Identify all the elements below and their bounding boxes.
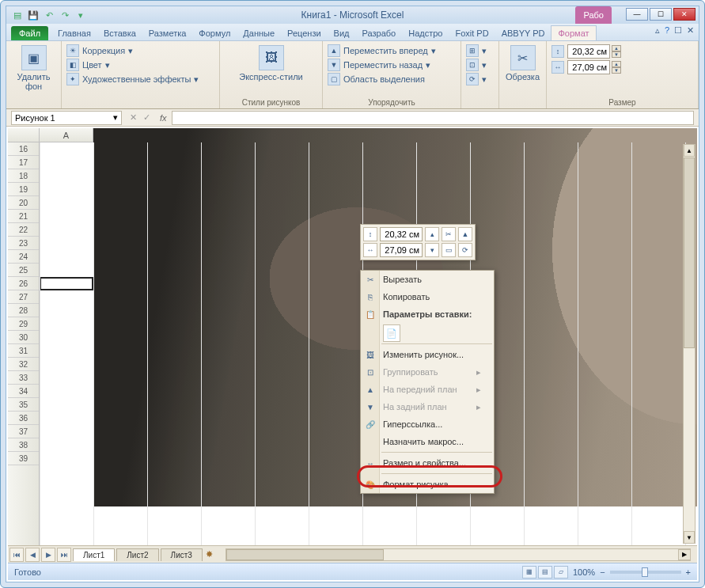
mini-spin-icon[interactable]: ▴ [425,227,439,241]
horizontal-scrollbar[interactable]: ◀ ▶ [226,548,691,561]
express-styles-button[interactable]: 🖼 Экспресс-стили [225,44,317,83]
ctx-copy[interactable]: ⎘Копировать [361,288,494,305]
scroll-down-icon[interactable]: ▼ [684,531,695,544]
normal-view-icon[interactable]: ▦ [522,566,536,579]
close-button[interactable]: ✕ [673,8,696,21]
row-header[interactable]: 33 [8,371,39,385]
row-header[interactable]: 32 [8,358,39,371]
zoom-slider-thumb[interactable] [642,567,648,577]
send-backward-button[interactable]: ▼Переместить назад ▾ [328,58,456,72]
spin-up[interactable]: ▲ [612,61,621,67]
row-header[interactable]: 27 [8,290,39,304]
artistic-effects-button[interactable]: ✦Художественные эффекты ▾ [66,72,214,86]
ctx-cut[interactable]: ✂Вырезать [361,271,494,288]
new-sheet-icon[interactable]: ✸ [206,549,213,560]
scroll-right-icon[interactable]: ▶ [678,549,691,560]
window-restore-icon[interactable]: ☐ [674,25,682,36]
ctx-assign-macro[interactable]: Назначить макрос... [361,433,494,450]
tab-view[interactable]: Вид [328,26,356,40]
help-icon[interactable]: ? [665,25,669,36]
tab-abbyy[interactable]: ABBYY PD [495,26,551,40]
row-header[interactable]: 28 [8,304,39,317]
align-button[interactable]: ⊞▾ [466,44,494,58]
zoom-slider[interactable] [610,571,681,574]
fx-icon[interactable]: fx [160,113,167,123]
row-header[interactable]: 21 [8,210,39,223]
row-header[interactable]: 20 [8,196,39,210]
sheet-tab-3[interactable]: Лист3 [161,548,203,561]
spin-up[interactable]: ▲ [612,45,621,51]
scroll-thumb[interactable] [226,549,384,560]
selection-pane-button[interactable]: ▢Область выделения [328,72,456,86]
tab-review[interactable]: Рецензи [281,26,328,40]
corrections-button[interactable]: ☀Коррекция ▾ [66,44,214,58]
select-all-corner[interactable] [8,128,40,142]
row-header[interactable]: 26 [8,277,39,290]
name-box[interactable]: Рисунок 1▾ [11,111,122,125]
minimize-ribbon-icon[interactable]: ▵ [655,25,660,36]
ctx-change-picture[interactable]: 🖼Изменить рисунок... [361,346,494,363]
zoom-in-icon[interactable]: + [686,567,691,577]
row-header[interactable]: 39 [8,452,39,465]
row-header[interactable]: 22 [8,223,39,237]
rotate-icon[interactable]: ⟳ [458,243,472,257]
mini-height-input[interactable] [380,227,423,241]
tab-data[interactable]: Данные [237,26,281,40]
color-button[interactable]: ◧Цвет ▾ [66,58,214,72]
row-header[interactable]: 36 [8,412,39,425]
minimize-button[interactable]: — [626,8,648,21]
tab-foxit[interactable]: Foxit PD [449,26,495,40]
tab-developer[interactable]: Разрабо [356,26,403,40]
vertical-scrollbar[interactable]: ▲ ▼ [683,144,696,544]
remove-background-button[interactable]: ▣ Удалить фон [11,44,56,93]
spin-down[interactable]: ▼ [612,51,621,58]
paste-option-button[interactable]: 📄 [383,324,400,342]
row-header[interactable]: 19 [8,183,39,196]
name-box-dropdown-icon[interactable]: ▾ [113,112,118,123]
ctx-format-picture[interactable]: 🎨Формат рисунка... [361,476,494,493]
height-input[interactable] [567,44,610,59]
picture-tools-tab[interactable]: Рабо [575,6,612,24]
worksheet-grid[interactable]: A B C D E F G H I J K L 1617181920212223… [8,128,697,545]
scroll-up-icon[interactable]: ▲ [684,144,695,157]
row-header[interactable]: 38 [8,438,39,452]
row-header[interactable]: 16 [8,142,39,156]
sheet-tab-2[interactable]: Лист2 [116,548,158,561]
page-break-view-icon[interactable]: ▱ [554,566,568,579]
page-layout-view-icon[interactable]: ▤ [538,566,552,579]
ctx-hyperlink[interactable]: 🔗Гиперссылка... [361,415,494,433]
row-header[interactable]: 34 [8,385,39,398]
enter-formula-icon[interactable]: ✓ [143,112,150,123]
row-header[interactable]: 35 [8,398,39,412]
tab-insert[interactable]: Вставка [97,26,142,40]
undo-icon[interactable]: ↶ [43,9,55,21]
tab-format[interactable]: Формат [551,25,596,40]
rotate-button[interactable]: ⟳▾ [466,72,494,86]
sheet-nav-last-icon[interactable]: ⏭ [57,548,71,562]
crop-button[interactable]: ✂ Обрезка [504,44,541,83]
row-header[interactable]: 25 [8,264,39,277]
row-header[interactable]: 30 [8,331,39,344]
doc-close-icon[interactable]: ✕ [687,25,694,36]
tab-home[interactable]: Главная [51,26,97,40]
sheet-nav-first-icon[interactable]: ⏮ [9,548,24,562]
sheet-nav-prev-icon[interactable]: ◀ [25,548,40,562]
tab-file[interactable]: Файл [11,26,48,40]
cancel-formula-icon[interactable]: ✕ [130,112,137,123]
tab-formulas[interactable]: Формул [192,26,237,40]
mini-width-input[interactable] [380,243,423,257]
tab-addins[interactable]: Надстро [402,26,449,40]
crop-icon[interactable]: ✂ [442,227,456,241]
row-header[interactable]: 24 [8,250,39,264]
redo-icon[interactable]: ↷ [59,9,71,21]
row-header[interactable]: 37 [8,425,39,438]
bring-forward-button[interactable]: ▲Переместить вперед ▾ [328,44,456,58]
tab-layout[interactable]: Разметка [142,26,193,40]
row-header[interactable]: 18 [8,169,39,183]
spin-down[interactable]: ▼ [612,67,621,74]
zoom-out-icon[interactable]: − [600,567,605,577]
row-header[interactable]: 17 [8,156,39,169]
col-header[interactable]: A [40,128,93,142]
sheet-nav-next-icon[interactable]: ▶ [41,548,55,562]
qat-dropdown-icon[interactable]: ▾ [74,9,87,21]
